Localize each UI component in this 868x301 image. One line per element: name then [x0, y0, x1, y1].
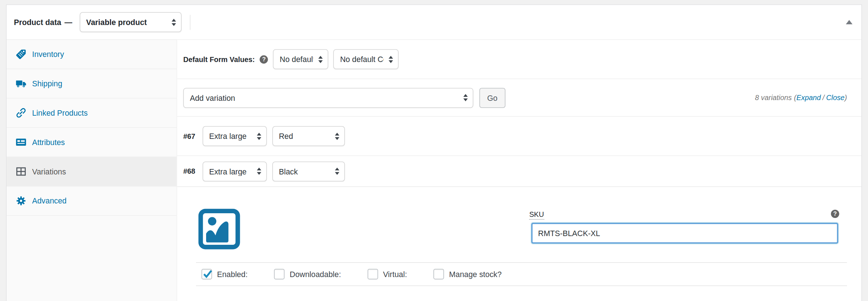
truck-icon: [16, 78, 27, 89]
sidebar-item-label: Variations: [32, 167, 66, 176]
metabox-body: Inventory Shipping Linked Products: [7, 40, 861, 301]
sku-input[interactable]: [531, 223, 838, 243]
product-data-title: Product data: [14, 18, 61, 26]
paren-close: ): [844, 94, 847, 102]
select-arrows-icon: [257, 168, 261, 175]
variation-options-row: Enabled: Downloadable: Vir: [196, 262, 847, 286]
manage-stock-checkbox[interactable]: [434, 269, 444, 279]
expand-link[interactable]: Expand: [797, 94, 821, 102]
gear-icon: [16, 195, 27, 207]
variations-panel: Default Form Values: ? No default Size… …: [177, 40, 861, 301]
collapse-panel-button[interactable]: [846, 20, 852, 24]
default-colour-select[interactable]: No default Colour…: [333, 49, 399, 69]
slash-separator: /: [823, 94, 825, 102]
checkmark-icon: [202, 268, 213, 280]
sku-label: SKU: [529, 210, 544, 220]
variation-68-colour-select[interactable]: Black: [272, 161, 345, 181]
sidebar-item-variations[interactable]: Variations: [7, 157, 176, 186]
help-icon[interactable]: ?: [260, 55, 268, 63]
default-form-values-label: Default Form Values:: [183, 55, 255, 63]
manage-stock-label: Manage stock?: [449, 270, 502, 279]
variation-68-detail: SKU ? Enabled:: [177, 187, 861, 301]
enabled-option: Enabled:: [201, 269, 247, 279]
variation-action-select[interactable]: Add variation: [183, 88, 473, 108]
downloadable-label: Downloadable:: [290, 270, 341, 279]
variations-toolbar: Add variation Go 8 variations(Expand/Clo…: [177, 79, 861, 117]
variation-id: #67: [183, 132, 195, 140]
variation-row-68: #68 Extra large Black: [177, 156, 861, 187]
virtual-label: Virtual:: [383, 270, 407, 279]
select-arrows-icon: [463, 94, 468, 101]
sidebar-item-attributes[interactable]: Attributes: [7, 128, 176, 157]
sidebar-item-label: Advanced: [32, 197, 66, 205]
image-placeholder-icon[interactable]: [198, 209, 240, 250]
page-title: Product data—: [11, 18, 73, 26]
variation-id: #68: [183, 167, 195, 176]
tag-icon: [16, 49, 27, 60]
sidebar-item-label: Attributes: [32, 138, 65, 147]
metabox-header: Product data— Variable product: [7, 5, 861, 40]
card-icon: [16, 137, 27, 148]
select-arrows-icon: [335, 132, 339, 140]
sidebar-item-label: Shipping: [32, 79, 62, 88]
virtual-option: Virtual:: [368, 269, 407, 279]
product-data-metabox-page: Product data— Variable product Inventory: [0, 0, 868, 301]
help-icon[interactable]: ?: [831, 210, 839, 218]
grid-icon: [16, 166, 27, 177]
sidebar-item-advanced[interactable]: Advanced: [7, 186, 176, 216]
select-arrows-icon: [171, 18, 176, 26]
virtual-checkbox[interactable]: [368, 269, 378, 279]
select-arrows-icon: [335, 168, 339, 175]
select-arrows-icon: [319, 55, 323, 63]
product-data-metabox: Product data— Variable product Inventory: [6, 4, 862, 301]
default-size-select[interactable]: No default Size…: [273, 49, 329, 69]
go-button[interactable]: Go: [479, 88, 505, 108]
select-arrows-icon: [389, 55, 393, 63]
downloadable-checkbox[interactable]: [274, 269, 285, 279]
sidebar-item-label: Linked Products: [32, 108, 87, 117]
sidebar-item-linked-products[interactable]: Linked Products: [7, 99, 176, 128]
manage-stock-option: Manage stock?: [434, 269, 502, 279]
default-form-values-row: Default Form Values: ? No default Size… …: [177, 40, 861, 79]
variation-row-67: #67 Extra large Red: [177, 117, 861, 156]
sidebar-item-inventory[interactable]: Inventory: [7, 40, 176, 69]
link-icon: [16, 107, 27, 119]
product-type-select[interactable]: Variable product: [79, 12, 181, 32]
close-link[interactable]: Close: [826, 94, 845, 102]
enabled-label: Enabled:: [217, 270, 247, 279]
product-data-tabs: Inventory Shipping Linked Products: [7, 40, 177, 301]
sidebar-item-label: Inventory: [32, 50, 64, 58]
downloadable-option: Downloadable:: [274, 269, 341, 279]
title-dash: —: [65, 18, 72, 26]
variation-67-size-select[interactable]: Extra large: [202, 126, 267, 146]
variations-count-text: 8 variations: [755, 94, 792, 102]
header-divider: [190, 15, 191, 29]
variation-67-colour-select[interactable]: Red: [272, 126, 345, 146]
variation-68-size-select[interactable]: Extra large: [202, 161, 267, 181]
select-arrows-icon: [257, 132, 261, 140]
sidebar-item-shipping[interactable]: Shipping: [7, 69, 176, 99]
variations-count: 8 variations(Expand/Close): [755, 94, 847, 102]
enabled-checkbox[interactable]: [201, 269, 212, 279]
